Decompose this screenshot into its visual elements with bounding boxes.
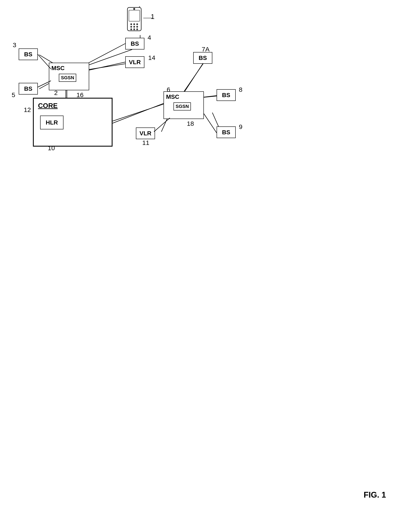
svg-point-14 [133, 23, 135, 25]
msc2-block: MSC SGSN [164, 91, 204, 119]
label-5: 5 [12, 91, 15, 99]
sgsn1-label: SGSN [59, 74, 76, 82]
hlr-label: HLR [46, 119, 58, 126]
svg-rect-12 [129, 10, 140, 21]
label-9: 9 [239, 123, 243, 131]
svg-line-33 [204, 114, 217, 133]
svg-line-7 [183, 63, 204, 94]
bs9-box: BS [217, 126, 236, 138]
core-box: CORE HLR [33, 98, 112, 147]
bs8-box: BS [217, 89, 236, 101]
bs8-label: BS [222, 92, 230, 99]
label-6: 6 [167, 86, 170, 93]
msc1-label: MSC [51, 65, 64, 72]
hlr-box: HLR [40, 116, 64, 129]
vlr2-label: VLR [139, 130, 151, 137]
svg-line-34 [154, 118, 170, 132]
bs7a-label: BS [199, 55, 207, 61]
svg-line-31 [185, 64, 203, 91]
arrow-1 [142, 15, 155, 21]
label-11: 11 [142, 139, 149, 146]
svg-line-32 [204, 96, 217, 97]
svg-point-21 [136, 28, 138, 30]
svg-point-15 [136, 23, 138, 25]
svg-point-16 [130, 26, 132, 28]
bs5-box: BS [19, 83, 38, 94]
label-18: 18 [187, 120, 194, 127]
msc1-block: MSC SGSN [49, 63, 89, 90]
core-title: CORE [38, 102, 57, 110]
bs7a-box: BS [193, 52, 212, 64]
label-14: 14 [148, 54, 155, 61]
svg-line-28 [89, 62, 125, 70]
label-10: 10 [48, 144, 55, 152]
bs9-label: BS [222, 129, 230, 136]
svg-point-20 [133, 28, 135, 30]
label-7a: 7A [202, 46, 210, 53]
svg-point-18 [136, 26, 138, 28]
bs3-label: BS [24, 51, 33, 58]
bs3-box: BS [19, 48, 38, 60]
svg-point-13 [130, 23, 132, 25]
bs4-label: BS [131, 40, 139, 47]
label-2: 2 [54, 89, 58, 96]
label-16: 16 [76, 91, 83, 99]
diagram-container: 1 BS 3 BS 4 BS 5 MSC SGSN 2 16 VLR 14 CO… [0, 0, 420, 525]
bs5-label: BS [24, 85, 33, 92]
svg-line-4 [85, 64, 125, 70]
figure-label: FIG. 1 [364, 490, 386, 499]
vlr2-box: VLR [136, 128, 155, 139]
vlr1-box: VLR [125, 56, 144, 68]
vlr1-label: VLR [129, 59, 141, 66]
label-8: 8 [239, 86, 243, 93]
label-3: 3 [13, 41, 16, 49]
label-12: 12 [24, 106, 31, 113]
svg-point-23 [133, 8, 135, 10]
svg-line-6 [112, 101, 170, 123]
svg-point-19 [130, 28, 132, 30]
bs4-box: BS [125, 38, 144, 49]
svg-line-1 [85, 44, 125, 65]
svg-line-30 [112, 104, 164, 121]
label-4: 4 [147, 34, 151, 41]
svg-point-17 [133, 26, 135, 28]
msc2-label: MSC [166, 94, 179, 100]
sgsn2-label: SGSN [173, 103, 191, 111]
mobile-phone-icon [123, 6, 146, 36]
